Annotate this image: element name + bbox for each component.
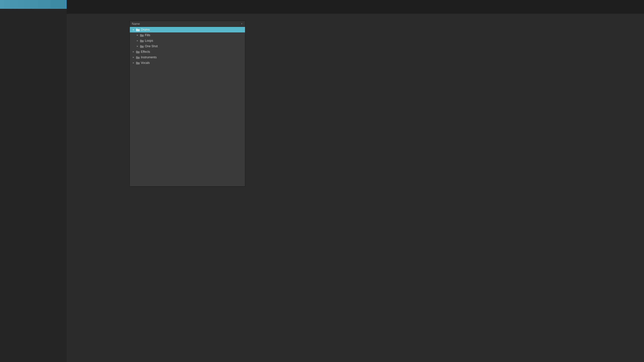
tree-item-label-fills: Fills [145,33,150,37]
top-bar-accent [0,0,67,9]
panel-title: Name [132,22,140,26]
folder-icon [136,50,140,54]
chevron-right-icon [136,45,139,48]
close-icon: × [241,22,243,25]
tree-item-label-instruments: Instruments [141,56,157,59]
tree-item-label-vocals: Vocals [141,61,150,65]
file-browser-panel: Name × Drums Fills [130,21,245,187]
top-bar-background [67,0,644,14]
folder-icon [140,45,144,48]
chevron-right-icon [136,34,139,37]
chevron-right-icon [136,39,139,42]
folder-icon [136,28,140,31]
tree-item-vocals[interactable]: Vocals [130,60,245,66]
folder-icon [136,61,140,65]
tree-item-drums[interactable]: Drums [130,27,245,32]
chevron-down-icon [132,28,135,31]
panel-header: Name × [130,21,245,27]
folder-icon [140,39,144,42]
tree-item-label-effects: Effects [141,50,150,54]
tree-item-instruments[interactable]: Instruments [130,55,245,60]
tree-item-effects[interactable]: Effects [130,49,245,55]
chevron-right-icon [132,50,135,53]
tree-item-loops[interactable]: Loops [130,38,245,43]
sidebar-background [0,0,67,362]
tree-content: Drums Fills Loops [130,27,245,66]
tree-item-label-drums: Drums [141,28,150,31]
folder-icon [136,56,140,59]
tree-item-oneshot[interactable]: One Shot [130,43,245,49]
tree-item-fills[interactable]: Fills [130,32,245,38]
tree-item-label-loops: Loops [145,39,153,42]
close-button[interactable]: × [240,22,244,26]
tree-item-label-oneshot: One Shot [145,44,158,48]
chevron-right-icon [132,56,135,59]
chevron-right-icon [132,61,135,64]
folder-icon [140,34,144,37]
